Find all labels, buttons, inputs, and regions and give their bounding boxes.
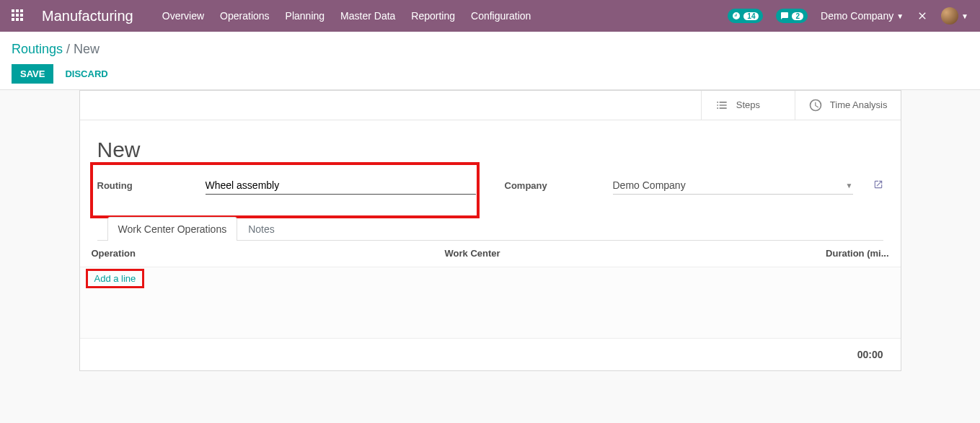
menu-configuration[interactable]: Configuration	[471, 10, 531, 22]
routing-input[interactable]	[206, 177, 476, 195]
external-link-icon[interactable]	[873, 179, 883, 192]
form-sheet: Steps Time Analysis New Routing Company	[79, 90, 901, 371]
grid-header: Operation Work Center Duration (mi...	[80, 241, 901, 267]
chat-icon	[780, 12, 789, 20]
tab-work-center-operations[interactable]: Work Center Operations	[107, 217, 238, 241]
list-icon	[715, 98, 729, 112]
menu-operations[interactable]: Operations	[220, 10, 269, 22]
breadcrumb-root[interactable]: Routings	[12, 42, 63, 56]
discard-button[interactable]: DISCARD	[56, 64, 116, 84]
routing-field-group: Routing	[97, 177, 476, 195]
company-select[interactable]: Demo Company ▼	[613, 177, 853, 195]
nav-right: 14 2 Demo Company ▼ ▼	[728, 7, 968, 25]
grid-body: Add a line	[80, 267, 901, 339]
company-selector[interactable]: Demo Company ▼	[821, 10, 904, 22]
tab-notes[interactable]: Notes	[237, 217, 286, 241]
breadcrumb-sep: /	[63, 42, 74, 56]
clock-icon	[808, 98, 823, 112]
add-line-link[interactable]: Add a line	[92, 272, 139, 285]
save-button[interactable]: SAVE	[12, 64, 53, 84]
stat-steps-label: Steps	[736, 100, 760, 110]
apps-icon[interactable]	[12, 9, 25, 22]
col-duration: Duration (mi...	[803, 248, 889, 259]
control-bar: Routings / New SAVE DISCARD	[0, 32, 980, 90]
breadcrumb-current: New	[74, 42, 100, 56]
stat-steps-button[interactable]: Steps	[701, 91, 795, 120]
action-buttons: SAVE DISCARD	[12, 64, 968, 84]
menu-planning[interactable]: Planning	[286, 10, 325, 22]
top-nav: Manufacturing Overview Operations Planni…	[0, 0, 980, 32]
stat-time-button[interactable]: Time Analysis	[795, 91, 901, 120]
messages-button[interactable]: 2	[776, 9, 808, 23]
page-title: New	[97, 138, 883, 162]
menu-overview[interactable]: Overview	[162, 10, 204, 22]
menu-master-data[interactable]: Master Data	[340, 10, 395, 22]
caret-down-icon[interactable]: ▼	[961, 12, 968, 20]
app-brand: Manufacturing	[42, 8, 133, 25]
col-operation: Operation	[92, 248, 445, 259]
message-count: 2	[792, 12, 803, 20]
activity-count: 14	[743, 12, 759, 20]
main-menu: Overview Operations Planning Master Data…	[162, 10, 531, 22]
activity-button[interactable]: 14	[728, 9, 763, 23]
caret-down-icon: ▼	[896, 12, 904, 20]
duration-total: 00:00	[857, 349, 883, 360]
company-field-group: Company Demo Company ▼	[505, 177, 883, 195]
stat-bar: Steps Time Analysis	[80, 91, 901, 120]
user-avatar[interactable]	[941, 7, 958, 25]
routing-label: Routing	[97, 180, 191, 191]
col-work-center: Work Center	[445, 248, 803, 259]
company-value: Demo Company	[613, 179, 686, 191]
clock-icon	[732, 12, 741, 20]
stat-time-label: Time Analysis	[830, 100, 888, 110]
grid-footer: 00:00	[80, 339, 901, 370]
tab-bar: Work Center Operations Notes	[97, 216, 883, 241]
breadcrumb: Routings / New	[12, 42, 968, 57]
debug-icon[interactable]	[917, 10, 928, 22]
caret-down-icon: ▼	[846, 182, 853, 190]
menu-reporting[interactable]: Reporting	[411, 10, 455, 22]
company-label: Company	[505, 180, 599, 191]
operations-grid: Operation Work Center Duration (mi... Ad…	[80, 241, 901, 370]
company-name: Demo Company	[821, 10, 893, 22]
